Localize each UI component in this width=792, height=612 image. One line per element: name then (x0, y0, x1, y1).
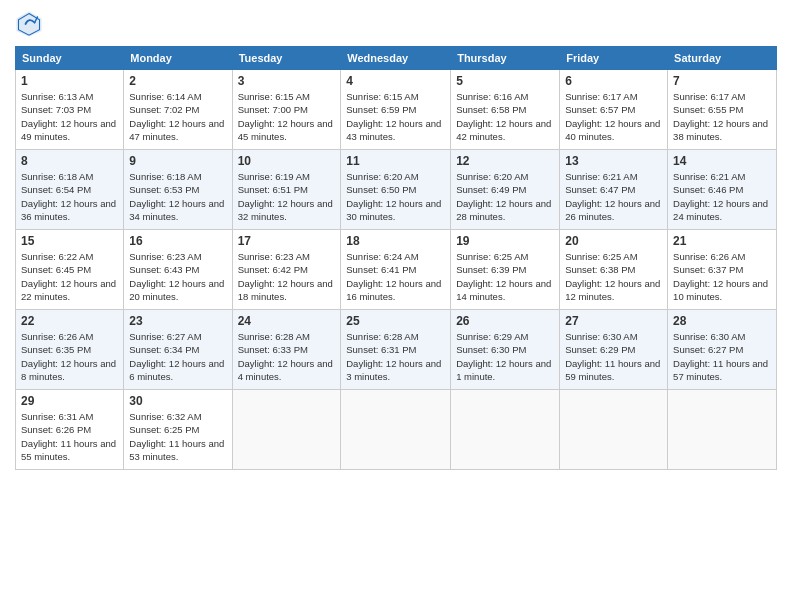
day-number: 7 (673, 74, 771, 88)
day-content: Sunrise: 6:19 AMSunset: 6:51 PMDaylight:… (238, 170, 336, 223)
calendar-day-header: Thursday (451, 47, 560, 70)
day-content: Sunrise: 6:23 AMSunset: 6:43 PMDaylight:… (129, 250, 226, 303)
calendar-cell: 23 Sunrise: 6:27 AMSunset: 6:34 PMDaylig… (124, 310, 232, 390)
day-content: Sunrise: 6:18 AMSunset: 6:53 PMDaylight:… (129, 170, 226, 223)
day-content: Sunrise: 6:22 AMSunset: 6:45 PMDaylight:… (21, 250, 118, 303)
day-content: Sunrise: 6:29 AMSunset: 6:30 PMDaylight:… (456, 330, 554, 383)
day-content: Sunrise: 6:13 AMSunset: 7:03 PMDaylight:… (21, 90, 118, 143)
day-number: 15 (21, 234, 118, 248)
day-content: Sunrise: 6:25 AMSunset: 6:38 PMDaylight:… (565, 250, 662, 303)
day-number: 2 (129, 74, 226, 88)
day-number: 11 (346, 154, 445, 168)
calendar-cell: 30 Sunrise: 6:32 AMSunset: 6:25 PMDaylig… (124, 390, 232, 470)
day-content: Sunrise: 6:23 AMSunset: 6:42 PMDaylight:… (238, 250, 336, 303)
calendar-cell (232, 390, 341, 470)
calendar-cell: 21 Sunrise: 6:26 AMSunset: 6:37 PMDaylig… (668, 230, 777, 310)
day-content: Sunrise: 6:30 AMSunset: 6:27 PMDaylight:… (673, 330, 771, 383)
day-content: Sunrise: 6:24 AMSunset: 6:41 PMDaylight:… (346, 250, 445, 303)
day-number: 19 (456, 234, 554, 248)
calendar-cell: 26 Sunrise: 6:29 AMSunset: 6:30 PMDaylig… (451, 310, 560, 390)
day-content: Sunrise: 6:17 AMSunset: 6:57 PMDaylight:… (565, 90, 662, 143)
calendar-cell: 18 Sunrise: 6:24 AMSunset: 6:41 PMDaylig… (341, 230, 451, 310)
day-content: Sunrise: 6:18 AMSunset: 6:54 PMDaylight:… (21, 170, 118, 223)
calendar-cell: 16 Sunrise: 6:23 AMSunset: 6:43 PMDaylig… (124, 230, 232, 310)
day-number: 8 (21, 154, 118, 168)
calendar-cell: 11 Sunrise: 6:20 AMSunset: 6:50 PMDaylig… (341, 150, 451, 230)
calendar-week-row: 22 Sunrise: 6:26 AMSunset: 6:35 PMDaylig… (16, 310, 777, 390)
day-content: Sunrise: 6:26 AMSunset: 6:35 PMDaylight:… (21, 330, 118, 383)
calendar-cell: 6 Sunrise: 6:17 AMSunset: 6:57 PMDayligh… (560, 70, 668, 150)
calendar-week-row: 15 Sunrise: 6:22 AMSunset: 6:45 PMDaylig… (16, 230, 777, 310)
calendar-header-row: SundayMondayTuesdayWednesdayThursdayFrid… (16, 47, 777, 70)
calendar-cell: 9 Sunrise: 6:18 AMSunset: 6:53 PMDayligh… (124, 150, 232, 230)
calendar-cell (560, 390, 668, 470)
day-number: 27 (565, 314, 662, 328)
day-number: 29 (21, 394, 118, 408)
calendar-cell: 25 Sunrise: 6:28 AMSunset: 6:31 PMDaylig… (341, 310, 451, 390)
calendar-cell: 14 Sunrise: 6:21 AMSunset: 6:46 PMDaylig… (668, 150, 777, 230)
day-number: 25 (346, 314, 445, 328)
calendar-cell: 20 Sunrise: 6:25 AMSunset: 6:38 PMDaylig… (560, 230, 668, 310)
day-content: Sunrise: 6:25 AMSunset: 6:39 PMDaylight:… (456, 250, 554, 303)
day-number: 4 (346, 74, 445, 88)
calendar-cell: 29 Sunrise: 6:31 AMSunset: 6:26 PMDaylig… (16, 390, 124, 470)
page: SundayMondayTuesdayWednesdayThursdayFrid… (0, 0, 792, 612)
day-number: 9 (129, 154, 226, 168)
svg-marker-0 (16, 11, 41, 36)
calendar-table: SundayMondayTuesdayWednesdayThursdayFrid… (15, 46, 777, 470)
calendar-cell: 1 Sunrise: 6:13 AMSunset: 7:03 PMDayligh… (16, 70, 124, 150)
day-number: 12 (456, 154, 554, 168)
calendar-cell: 27 Sunrise: 6:30 AMSunset: 6:29 PMDaylig… (560, 310, 668, 390)
day-number: 21 (673, 234, 771, 248)
logo (15, 10, 47, 38)
calendar-week-row: 29 Sunrise: 6:31 AMSunset: 6:26 PMDaylig… (16, 390, 777, 470)
day-content: Sunrise: 6:20 AMSunset: 6:49 PMDaylight:… (456, 170, 554, 223)
day-content: Sunrise: 6:32 AMSunset: 6:25 PMDaylight:… (129, 410, 226, 463)
calendar-day-header: Saturday (668, 47, 777, 70)
calendar-cell: 12 Sunrise: 6:20 AMSunset: 6:49 PMDaylig… (451, 150, 560, 230)
day-number: 16 (129, 234, 226, 248)
day-number: 1 (21, 74, 118, 88)
day-number: 23 (129, 314, 226, 328)
day-content: Sunrise: 6:17 AMSunset: 6:55 PMDaylight:… (673, 90, 771, 143)
calendar-cell: 24 Sunrise: 6:28 AMSunset: 6:33 PMDaylig… (232, 310, 341, 390)
calendar-cell (341, 390, 451, 470)
day-content: Sunrise: 6:27 AMSunset: 6:34 PMDaylight:… (129, 330, 226, 383)
calendar-cell: 13 Sunrise: 6:21 AMSunset: 6:47 PMDaylig… (560, 150, 668, 230)
day-number: 26 (456, 314, 554, 328)
calendar-cell: 5 Sunrise: 6:16 AMSunset: 6:58 PMDayligh… (451, 70, 560, 150)
calendar-week-row: 8 Sunrise: 6:18 AMSunset: 6:54 PMDayligh… (16, 150, 777, 230)
calendar-cell (451, 390, 560, 470)
calendar-cell: 28 Sunrise: 6:30 AMSunset: 6:27 PMDaylig… (668, 310, 777, 390)
day-content: Sunrise: 6:28 AMSunset: 6:33 PMDaylight:… (238, 330, 336, 383)
day-content: Sunrise: 6:20 AMSunset: 6:50 PMDaylight:… (346, 170, 445, 223)
day-number: 10 (238, 154, 336, 168)
day-number: 24 (238, 314, 336, 328)
header (15, 10, 777, 38)
day-number: 3 (238, 74, 336, 88)
calendar-cell: 15 Sunrise: 6:22 AMSunset: 6:45 PMDaylig… (16, 230, 124, 310)
day-content: Sunrise: 6:16 AMSunset: 6:58 PMDaylight:… (456, 90, 554, 143)
day-number: 17 (238, 234, 336, 248)
day-number: 20 (565, 234, 662, 248)
day-number: 30 (129, 394, 226, 408)
calendar-day-header: Sunday (16, 47, 124, 70)
day-content: Sunrise: 6:21 AMSunset: 6:47 PMDaylight:… (565, 170, 662, 223)
day-number: 28 (673, 314, 771, 328)
calendar-cell: 7 Sunrise: 6:17 AMSunset: 6:55 PMDayligh… (668, 70, 777, 150)
day-number: 13 (565, 154, 662, 168)
day-number: 18 (346, 234, 445, 248)
calendar-cell: 2 Sunrise: 6:14 AMSunset: 7:02 PMDayligh… (124, 70, 232, 150)
day-number: 6 (565, 74, 662, 88)
day-content: Sunrise: 6:15 AMSunset: 6:59 PMDaylight:… (346, 90, 445, 143)
calendar-cell: 19 Sunrise: 6:25 AMSunset: 6:39 PMDaylig… (451, 230, 560, 310)
day-number: 22 (21, 314, 118, 328)
calendar-cell: 17 Sunrise: 6:23 AMSunset: 6:42 PMDaylig… (232, 230, 341, 310)
day-content: Sunrise: 6:30 AMSunset: 6:29 PMDaylight:… (565, 330, 662, 383)
calendar-week-row: 1 Sunrise: 6:13 AMSunset: 7:03 PMDayligh… (16, 70, 777, 150)
day-content: Sunrise: 6:14 AMSunset: 7:02 PMDaylight:… (129, 90, 226, 143)
calendar-cell: 10 Sunrise: 6:19 AMSunset: 6:51 PMDaylig… (232, 150, 341, 230)
day-number: 5 (456, 74, 554, 88)
calendar-day-header: Monday (124, 47, 232, 70)
calendar-cell: 3 Sunrise: 6:15 AMSunset: 7:00 PMDayligh… (232, 70, 341, 150)
